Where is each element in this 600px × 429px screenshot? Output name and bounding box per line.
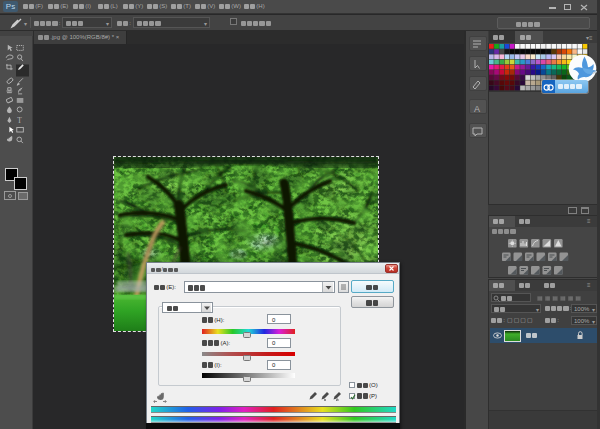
svg-text:T: T bbox=[17, 116, 22, 125]
svg-text:A: A bbox=[474, 104, 480, 114]
